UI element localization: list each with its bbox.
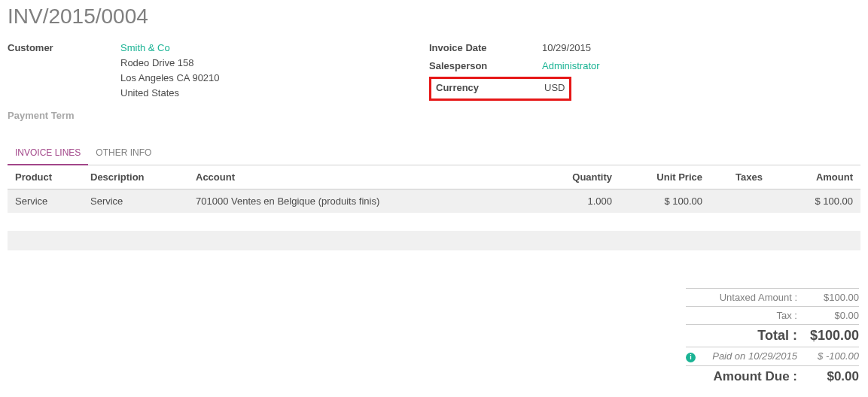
salesperson-label: Salesperson: [429, 59, 542, 74]
col-account: Account: [188, 165, 544, 189]
col-amount: Amount: [770, 165, 860, 189]
tab-other-info[interactable]: OTHER INFO: [88, 141, 159, 165]
address-line3: United States: [120, 86, 220, 101]
paid-value: $ -100.00: [806, 350, 859, 362]
customer-label: Customer: [8, 41, 120, 101]
currency-label: Currency: [436, 80, 544, 95]
tab-invoice-lines[interactable]: INVOICE LINES: [8, 141, 88, 165]
tax-value: $0.00: [806, 310, 859, 321]
col-unit-price: Unit Price: [620, 165, 710, 189]
salesperson-link[interactable]: Administrator: [542, 59, 600, 74]
address-line2: Los Angeles CA 90210: [120, 71, 220, 86]
currency-value: USD: [544, 80, 565, 95]
table-footer-bar: [8, 231, 860, 250]
customer-link[interactable]: Smith & Co: [120, 41, 220, 56]
total-label: Total :: [686, 328, 806, 344]
address-line1: Rodeo Drive 158: [120, 56, 220, 71]
currency-highlight: Currency USD: [429, 77, 860, 101]
cell-product: Service: [8, 189, 83, 214]
invoice-date-value: 10/29/2015: [542, 41, 591, 56]
cell-description: Service: [83, 189, 188, 214]
col-description: Description: [83, 165, 188, 189]
invoice-date-label: Invoice Date: [429, 41, 542, 56]
col-quantity: Quantity: [544, 165, 620, 189]
due-value: $0.00: [806, 369, 859, 384]
paid-label: Paid on 10/29/2015: [700, 350, 806, 362]
total-value: $100.00: [806, 328, 859, 344]
cell-quantity: 1.000: [544, 189, 620, 214]
totals-block: Untaxed Amount : $100.00 Tax : $0.00 Tot…: [686, 288, 859, 387]
untaxed-label: Untaxed Amount :: [686, 292, 806, 303]
col-product: Product: [8, 165, 83, 189]
payment-term-label: Payment Term: [8, 108, 120, 123]
cell-account: 701000 Ventes en Belgique (produits fini…: [188, 189, 544, 214]
info-icon[interactable]: i: [686, 353, 696, 362]
page-title: INV/2015/0004: [0, 0, 868, 41]
cell-amount: $ 100.00: [770, 189, 860, 214]
invoice-lines-table: Product Description Account Quantity Uni…: [8, 165, 860, 213]
due-label: Amount Due :: [686, 369, 806, 384]
tax-label: Tax :: [686, 310, 806, 321]
untaxed-value: $100.00: [806, 292, 859, 303]
cell-unit-price: $ 100.00: [620, 189, 710, 214]
table-row[interactable]: Service Service 701000 Ventes en Belgiqu…: [8, 189, 860, 214]
col-taxes: Taxes: [710, 165, 770, 189]
cell-taxes: [710, 189, 770, 214]
